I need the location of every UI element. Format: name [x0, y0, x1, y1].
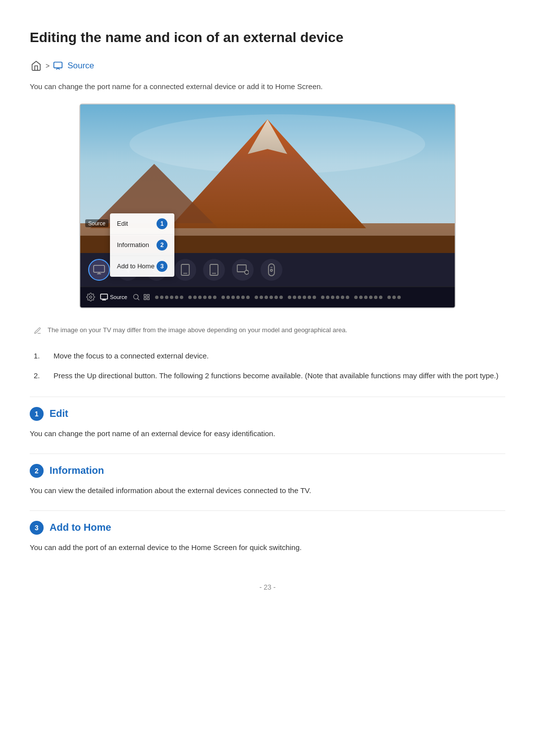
tv-nav-source-label: Source [110, 294, 127, 300]
section-2-desc: You can view the detailed information ab… [30, 485, 505, 497]
tv-icon-display-settings [232, 259, 254, 281]
tv-nav-dots-5 [288, 296, 316, 299]
source-icon [53, 60, 63, 71]
svg-rect-23 [268, 264, 274, 276]
context-menu-information-label: Information [117, 241, 149, 249]
step-2-text: Press the Up directional button. The fol… [54, 370, 498, 382]
context-menu-add-to-home-label: Add to Home [117, 262, 155, 270]
svg-rect-0 [54, 62, 62, 68]
step-2-num: 2. [34, 370, 46, 382]
svg-rect-34 [144, 298, 146, 300]
tv-nav-search [132, 293, 150, 301]
section-3-title: Add to Home [50, 522, 111, 533]
context-menu: Edit 1 Information 2 Add to Home 3 [110, 213, 174, 277]
page-number: - 23 - [30, 583, 505, 591]
numbered-steps: 1. Move the focus to a connected externa… [30, 350, 505, 382]
tv-icon-device1 [174, 259, 196, 281]
section-1-desc: You can change the port name of an exter… [30, 428, 505, 440]
tv-icon-device2 [203, 259, 225, 281]
section-3-badge: 3 [30, 521, 44, 535]
svg-rect-8 [94, 265, 105, 272]
tv-icon-remote [261, 259, 282, 281]
divider-2 [30, 454, 505, 454]
svg-rect-32 [144, 295, 146, 297]
tv-nav-bar: Source [80, 287, 455, 307]
tv-icon-item-5 [203, 259, 225, 281]
step-1: 1. Move the focus to a connected externa… [34, 350, 505, 362]
context-menu-edit[interactable]: Edit 1 [110, 213, 174, 235]
context-menu-add-to-home[interactable]: Add to Home 3 [110, 256, 174, 277]
svg-point-30 [134, 295, 138, 299]
tv-nav-dots-8 [387, 296, 401, 299]
home-icon [30, 59, 43, 72]
svg-line-31 [138, 299, 139, 300]
section-3-desc: You can add the port of an external devi… [30, 542, 505, 554]
tv-icon-source [88, 259, 110, 281]
section-1-heading: 1 Edit [30, 407, 505, 421]
note-section: The image on your TV may differ from the… [30, 326, 505, 336]
section-1-title: Edit [50, 408, 68, 419]
svg-point-26 [90, 296, 92, 299]
tv-icon-item-1 [88, 259, 110, 281]
step-1-num: 1. [34, 350, 46, 362]
note-text: The image on your TV may differ from the… [48, 326, 347, 334]
svg-rect-33 [147, 295, 149, 297]
tv-nav-dots-3 [221, 296, 250, 299]
breadcrumb-source-label: Source [67, 61, 94, 71]
divider-3 [30, 510, 505, 511]
breadcrumb-chevron: > [46, 62, 50, 70]
section-2-title: Information [50, 465, 104, 476]
tv-nav-dots-4 [255, 296, 283, 299]
step-2: 2. Press the Up directional button. The … [34, 370, 505, 382]
tv-nav-source: Source [100, 294, 127, 301]
breadcrumb: > Source [30, 59, 505, 72]
page-title: Editing the name and icon of an external… [30, 30, 505, 46]
tv-screen-mockup: Edit 1 Information 2 Add to Home 3 Sourc… [79, 103, 456, 308]
tv-icon-item-7 [261, 259, 282, 281]
tv-nav-dots-6 [321, 296, 349, 299]
section-2-badge: 2 [30, 464, 44, 478]
section-3-heading: 3 Add to Home [30, 521, 505, 535]
svg-point-20 [245, 270, 249, 274]
divider-1 [30, 397, 505, 397]
tv-nav-dots-7 [354, 296, 382, 299]
svg-rect-27 [101, 294, 107, 299]
tv-nav-dots-2 [188, 296, 216, 299]
section-1-badge: 1 [30, 407, 44, 421]
tv-icon-item-6 [232, 259, 254, 281]
edit-badge: 1 [157, 218, 167, 229]
svg-point-25 [270, 269, 272, 271]
step-1-text: Move the focus to a connected external d… [54, 350, 209, 362]
tv-nav-settings [86, 293, 95, 302]
tv-icon-item-4 [174, 259, 196, 281]
context-menu-edit-label: Edit [117, 220, 128, 227]
add-to-home-badge: 3 [157, 261, 167, 272]
tv-background: Edit 1 Information 2 Add to Home 3 Sourc… [80, 104, 455, 253]
note-pencil-icon [34, 327, 42, 336]
page-description: You can change the port name for a conne… [30, 81, 505, 93]
source-overlay-label: Source [85, 219, 108, 227]
section-2-heading: 2 Information [30, 464, 505, 478]
tv-nav-dots-1 [155, 296, 183, 299]
context-menu-information[interactable]: Information 2 [110, 235, 174, 256]
information-badge: 2 [157, 240, 167, 251]
svg-rect-35 [147, 298, 149, 300]
